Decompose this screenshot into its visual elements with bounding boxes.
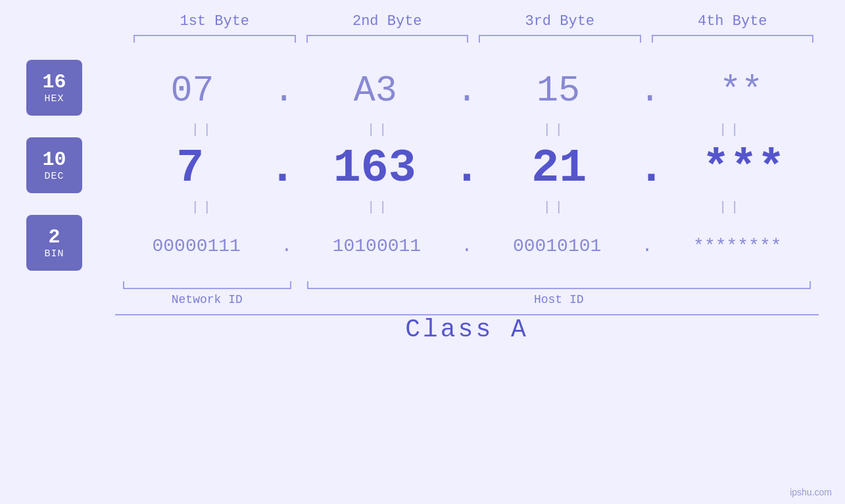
dec-dot2: . (450, 143, 484, 195)
top-bracket-line-3 (479, 35, 641, 43)
bin-badge-container: 2 BIN (26, 215, 115, 277)
top-bracket-2 (306, 35, 469, 47)
hex-values: 07 . A3 . 15 . ** (115, 70, 819, 112)
bin-dot1: . (278, 236, 295, 256)
eq1-b1: || (115, 122, 291, 137)
hex-badge: 16 HEX (26, 60, 82, 116)
bin-row: 2 BIN 00000111 . 10100011 . 00010101 . *… (26, 215, 819, 277)
hex-dot3: . (636, 70, 664, 112)
bin-b1: 00000111 (115, 237, 278, 256)
bin-b4: ******** (656, 237, 819, 256)
byte1-header: 1st Byte (128, 13, 301, 35)
dec-b4: *** (669, 146, 819, 192)
dec-badge-label: DEC (44, 171, 64, 182)
host-id-label: Host ID (307, 293, 811, 306)
top-bracket-line-4 (652, 35, 814, 43)
dec-values: 7 . 163 . 21 . *** (115, 143, 819, 195)
hex-b3: 15 (481, 73, 636, 109)
hex-dot1: . (270, 70, 298, 112)
hex-badge-container: 16 HEX (26, 60, 115, 122)
hex-b4: ** (664, 73, 819, 109)
dec-b3: 21 (484, 146, 634, 192)
host-id-bracket-line (307, 281, 811, 289)
bin-badge-number: 2 (48, 227, 60, 248)
dec-b2: 163 (300, 146, 450, 192)
class-label: Class A (405, 315, 529, 344)
dec-badge-container: 10 DEC (26, 137, 115, 200)
eq2-b2: || (291, 200, 468, 215)
bin-b2: 10100011 (295, 237, 458, 256)
dec-badge-number: 10 (42, 149, 66, 171)
bin-b3: 00010101 (475, 237, 638, 256)
top-bracket-3 (479, 35, 641, 47)
eq2-b4: || (643, 200, 819, 215)
hex-row: 16 HEX 07 . A3 . 15 . ** (26, 60, 819, 122)
class-label-container: Class A (115, 315, 819, 344)
hex-badge-label: HEX (44, 93, 64, 104)
eq1-b2: || (291, 122, 468, 137)
network-id-label: Network ID (123, 293, 291, 306)
main-container: 1st Byte 2nd Byte 3rd Byte 4th Byte 16 H… (0, 0, 845, 504)
hex-b1: 07 (115, 73, 270, 109)
hex-dot2: . (452, 70, 481, 112)
network-id-bracket-area: Network ID (123, 281, 291, 306)
equals-row-1: || || || || (26, 122, 819, 137)
dec-badge: 10 DEC (26, 137, 82, 193)
dec-dot1: . (265, 143, 299, 195)
top-brackets (26, 35, 819, 47)
eq-cells-2: || || || || (115, 200, 819, 215)
bin-values: 00000111 . 10100011 . 00010101 . *******… (115, 236, 819, 256)
hex-badge-number: 16 (42, 72, 66, 93)
bottom-brackets-area: Network ID Host ID (26, 281, 819, 306)
eq1-b3: || (467, 122, 643, 137)
eq2-b1: || (115, 200, 291, 215)
equals-row-2: || || || || (26, 200, 819, 215)
byte-headers: 1st Byte 2nd Byte 3rd Byte 4th Byte (26, 13, 819, 35)
eq2-b3: || (467, 200, 643, 215)
top-bracket-line-2 (306, 35, 469, 43)
hex-b2: A3 (298, 73, 452, 109)
top-bracket-line-1 (133, 35, 296, 43)
host-id-bracket-area: Host ID (307, 281, 811, 306)
eq1-b4: || (643, 122, 819, 137)
bin-dot2: . (458, 236, 476, 256)
byte2-header: 2nd Byte (301, 13, 474, 35)
dec-row: 10 DEC 7 . 163 . 21 . *** (26, 137, 819, 200)
dec-b1: 7 (115, 146, 265, 192)
bin-badge-label: BIN (44, 248, 64, 260)
watermark: ipshu.com (790, 487, 832, 497)
byte4-header: 4th Byte (646, 13, 819, 35)
eq-cells-1: || || || || (115, 122, 819, 137)
top-bracket-4 (652, 35, 814, 47)
bin-dot3: . (639, 236, 656, 256)
byte3-header: 3rd Byte (473, 13, 646, 35)
network-id-bracket-line (123, 281, 291, 289)
bin-badge: 2 BIN (26, 215, 82, 271)
top-bracket-1 (133, 35, 296, 47)
dec-dot3: . (634, 143, 668, 195)
